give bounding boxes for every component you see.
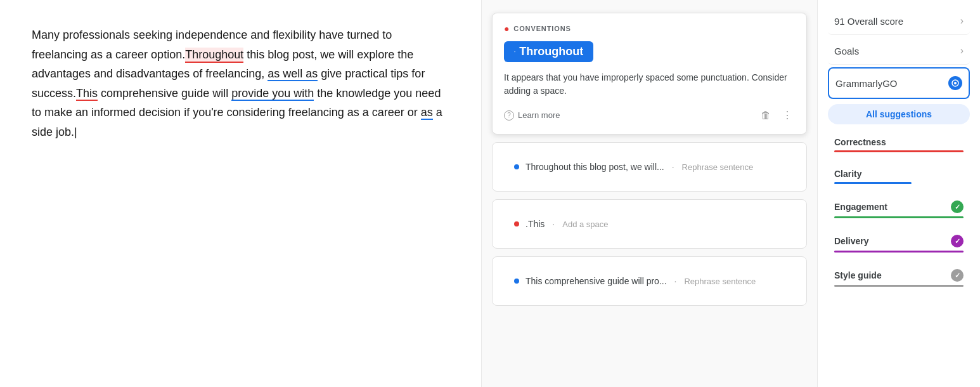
active-suggestion-card: ● CONVENTIONS · Throughout It appears th…: [492, 13, 807, 134]
suggestion-actions: ? Learn more 🗑 ⋮: [504, 107, 795, 124]
learn-more-label: Learn more: [518, 110, 560, 120]
engagement-check-icon: ✓: [951, 200, 964, 213]
suggestions-panel: ● CONVENTIONS · Throughout It appears th…: [482, 0, 818, 387]
suggestion-text-1: Throughout this blog post, we will...: [525, 162, 664, 172]
conventions-text: CONVENTIONS: [513, 25, 571, 32]
suggestion-dot-1: [514, 164, 519, 169]
separator-3: ·: [674, 276, 677, 286]
overall-score-label: 91 Overall score: [834, 16, 903, 27]
text-normal-4: comprehensive guide will: [98, 87, 231, 100]
clarity-text: Clarity: [834, 169, 862, 179]
suggestion-row-1[interactable]: Throughout this blog post, we will... · …: [492, 142, 807, 192]
card-action-buttons: 🗑 ⋮: [758, 107, 795, 124]
conventions-dot: ●: [504, 23, 510, 34]
suggestion-action-3: Rephrase sentence: [684, 277, 756, 286]
text-as: as: [421, 106, 433, 120]
score-panel: 91 Overall score › Goals › GrammarlyGO A…: [818, 0, 980, 387]
overall-score-chevron: ›: [960, 15, 964, 27]
delivery-label: Delivery ✓: [834, 235, 964, 247]
correctness-text: Correctness: [834, 137, 886, 147]
engagement-text: Engagement: [834, 202, 887, 212]
suggestion-text-3: This comprehensive guide will pro...: [525, 276, 667, 286]
text-provide-you-with: provide you with: [231, 87, 314, 101]
separator-1: ·: [672, 162, 674, 172]
goals-chevron: ›: [960, 45, 964, 56]
delivery-text: Delivery: [834, 236, 868, 246]
correctness-label: Correctness: [834, 137, 964, 147]
engagement-section[interactable]: Engagement ✓: [828, 195, 970, 227]
delete-button[interactable]: 🗑: [758, 107, 773, 124]
clarity-section[interactable]: Clarity: [828, 164, 970, 193]
suggestion-row-2-content: .This · Add a space: [504, 210, 795, 238]
style-guide-check-icon: ✓: [951, 269, 964, 282]
highlight-pill: · Throughout: [504, 41, 593, 62]
all-suggestions-button[interactable]: All suggestions: [828, 104, 970, 124]
suggestion-description: It appears that you have improperly spac…: [504, 71, 795, 98]
question-icon: ?: [504, 110, 514, 121]
engagement-bar: [834, 216, 964, 218]
style-guide-label: Style guide ✓: [834, 269, 964, 282]
text-throughout[interactable]: Throughout: [185, 48, 243, 63]
grammarly-go-button[interactable]: GrammarlyGO: [828, 67, 970, 99]
editor-text[interactable]: Many professionals seeking independence …: [32, 25, 449, 142]
suggestion-text-2: .This: [525, 219, 545, 229]
style-guide-bar: [834, 285, 964, 287]
highlight-word: Throughout: [519, 45, 583, 58]
delivery-section[interactable]: Delivery ✓: [828, 230, 970, 261]
learn-more-button[interactable]: ? Learn more: [504, 108, 560, 123]
highlight-dot: ·: [514, 49, 515, 55]
clarity-label: Clarity: [834, 169, 964, 179]
text-this[interactable]: This: [76, 87, 98, 101]
more-options-button[interactable]: ⋮: [780, 107, 795, 124]
goals-label: Goals: [834, 46, 859, 56]
editor-panel: Many professionals seeking independence …: [0, 0, 482, 387]
correctness-section[interactable]: Correctness: [828, 132, 970, 161]
suggestion-action-2: Add a space: [562, 220, 608, 229]
clarity-bar: [834, 182, 912, 184]
engagement-label: Engagement ✓: [834, 200, 964, 213]
suggestion-row-2[interactable]: .This · Add a space: [492, 199, 807, 249]
conventions-label: ● CONVENTIONS: [504, 23, 795, 34]
text-as-well-as: as well as: [268, 67, 318, 81]
delivery-bar: [834, 251, 964, 253]
suggestion-action-1: Rephrase sentence: [682, 162, 754, 172]
goals-row[interactable]: Goals ›: [828, 37, 970, 65]
suggestion-row-3-content: This comprehensive guide will pro... · R…: [504, 267, 795, 295]
grammarly-go-label: GrammarlyGO: [835, 78, 898, 89]
correctness-bar: [834, 150, 964, 152]
grammarly-go-icon: [948, 76, 962, 90]
overall-score-row[interactable]: 91 Overall score ›: [828, 8, 970, 35]
suggestion-row-1-content: Throughout this blog post, we will... · …: [504, 153, 795, 181]
svg-point-1: [954, 82, 957, 84]
delivery-check-icon: ✓: [951, 235, 964, 247]
style-guide-text: Style guide: [834, 270, 882, 280]
suggestion-dot-3: [514, 279, 519, 284]
style-guide-section[interactable]: Style guide ✓: [828, 264, 970, 296]
separator-2: ·: [552, 219, 555, 229]
suggestion-row-3[interactable]: This comprehensive guide will pro... · R…: [492, 256, 807, 306]
suggestion-dot-2: [514, 221, 519, 226]
